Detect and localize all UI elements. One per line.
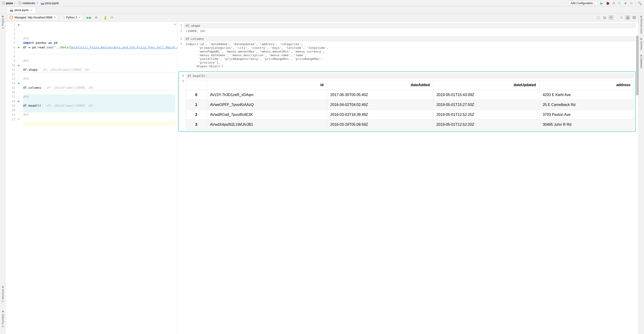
- code-line[interactable]: [23, 90, 175, 95]
- run-cell-icon[interactable]: ▶: [16, 63, 21, 68]
- code-line[interactable]: #%%: [23, 94, 175, 99]
- sync-ok-icon: ✔: [174, 22, 176, 27]
- run-cell-icon[interactable]: ▶: [16, 99, 21, 104]
- table-row[interactable]: 1AVweGPFF_7pvs4fzAAzQ2016-04-02T04:02:49…: [186, 100, 634, 110]
- cell-code: df.shape: [184, 23, 636, 28]
- update-icon[interactable]: ⟳: [630, 1, 634, 5]
- code-line[interactable]: [23, 54, 175, 59]
- run-cell-icon[interactable]: ▶: [16, 22, 21, 27]
- table-cell: 0: [186, 90, 207, 100]
- jupyter-server-combo[interactable]: Managed: http://localhost:8888 ▼: [8, 15, 58, 20]
- table-row[interactable]: 3AVwdX4psIN2L1WUfvJB12016-03-29T05:08:59…: [186, 120, 634, 130]
- interrupt-button[interactable]: ⚙: [94, 15, 99, 20]
- close-tab-icon[interactable]: ×: [31, 8, 32, 12]
- intentions-bulb-icon[interactable]: 💡: [103, 15, 108, 20]
- table-row[interactable]: 0AVz3Y-7h3D1zeR_xDAqm2017-06-30T05:05:40…: [186, 90, 634, 100]
- search-icon[interactable]: 🔍: [638, 1, 642, 5]
- code-line[interactable]: [23, 117, 175, 122]
- stop-icon[interactable]: ■: [624, 1, 628, 5]
- output-prompt: 2: [178, 28, 184, 33]
- cell-code: df.head(5): [186, 73, 634, 79]
- view-detail-icon[interactable]: ▦: [625, 15, 630, 20]
- breadcrumbs: pizza 〉 notebooks 〉 pizza.ipynb: [2, 1, 59, 5]
- output-prompt: 3: [178, 41, 184, 46]
- scrollbar-thumb[interactable]: [636, 35, 638, 95]
- run-all-button[interactable]: ▶▶: [87, 15, 92, 20]
- code-line[interactable]: df.head(5) df: {DataFrame}(10000, 24): [23, 103, 175, 108]
- notebook-icon: [41, 1, 44, 5]
- folder-icon: [2, 2, 5, 4]
- code-line[interactable]: [23, 63, 175, 68]
- run-icon[interactable]: ▶: [600, 1, 604, 5]
- table-header[interactable]: address: [539, 80, 634, 90]
- code-editor[interactable]: 12345678910111213141516171819202122 ▶▶▶▶…: [6, 22, 178, 334]
- cell-code: df.columns: [184, 36, 636, 41]
- table-header[interactable]: dateAdded: [327, 80, 433, 90]
- code-line[interactable]: #%%: [23, 58, 175, 63]
- code-line[interactable]: #%%: [23, 112, 175, 117]
- output-cell[interactable]: 4df.head(5)4iddateAddeddateUpdatedaddres…: [178, 71, 636, 132]
- debug-icon[interactable]: 🐞: [606, 1, 610, 5]
- tool-project[interactable]: 1: Project: [2, 16, 4, 28]
- layout-split-icon[interactable]: ▤: [602, 15, 607, 20]
- profile-icon[interactable]: ↻: [618, 1, 622, 5]
- tool-favorites[interactable]: 2: Favorites★: [1, 310, 4, 327]
- code-line[interactable]: [23, 72, 175, 77]
- tool-sciview[interactable]: ⊞SciView: [640, 38, 643, 50]
- run-cell-icon[interactable]: ▶: [16, 45, 21, 50]
- view-list-icon[interactable]: ≡: [619, 15, 624, 20]
- table-cell: 2017-06-30T05:05:40Z: [327, 90, 433, 100]
- coverage-icon[interactable]: ◔: [612, 1, 616, 5]
- table-cell: 25 E Camelback Rd: [539, 100, 634, 110]
- code-line[interactable]: #%%: [23, 76, 175, 81]
- table-cell: AVwdX4psIN2L1WUfvJB1: [207, 120, 327, 130]
- code-line[interactable]: [23, 130, 175, 135]
- table-cell: 2019-05-01T12:52:25Z: [433, 110, 539, 120]
- output-cell[interactable]: 3df.columns3Index(['id', 'dateAdded', 'd…: [178, 36, 636, 69]
- tab-pizza-ipynb[interactable]: pizza.ipynb ×: [7, 7, 36, 13]
- layout-preview-icon[interactable]: 👁: [608, 15, 614, 20]
- run-cell-icon[interactable]: ▶: [16, 81, 21, 86]
- input-prompt: 3: [178, 36, 184, 41]
- reload-button[interactable]: ⟳: [110, 15, 115, 20]
- table-header[interactable]: [186, 80, 207, 90]
- code-line[interactable]: [23, 99, 175, 104]
- layout-code-icon[interactable]: ▢: [596, 15, 601, 20]
- separator-icon: 〉: [37, 1, 40, 5]
- code-line[interactable]: [23, 81, 175, 86]
- tool-structure[interactable]: 7: Structure⊞: [1, 286, 4, 302]
- breadcrumb-file[interactable]: pizza.ipynb: [41, 1, 59, 5]
- output-cell[interactable]: 2df.shape2(10000, 24): [178, 23, 636, 34]
- code-line[interactable]: df.shape df: {DataFrame}(10000, 24): [23, 67, 175, 72]
- breadcrumb-root[interactable]: pizza: [2, 1, 13, 5]
- dataframe-table[interactable]: iddateAddeddateUpdatedaddress0AVz3Y-7h3D…: [186, 80, 634, 130]
- code-line[interactable]: import pandas as pd: [23, 40, 175, 45]
- code-line[interactable]: #%%: [23, 36, 175, 41]
- breadcrumb-folder[interactable]: notebooks: [18, 1, 35, 5]
- output-panel[interactable]: 2df.shape2(10000, 24)3df.columns3Index([…: [178, 22, 638, 334]
- input-prompt: 2: [178, 23, 184, 28]
- navigation-bar: pizza 〉 notebooks 〉 pizza.ipynb Add Conf…: [0, 0, 644, 6]
- python-icon: [62, 16, 65, 19]
- left-tool-stripe: 1: Project 7: Structure⊞ 2: Favorites★: [0, 13, 6, 334]
- code-line[interactable]: df = pd.read_csv("../data/Datafiniti_Piz…: [23, 45, 175, 50]
- tool-remote-host[interactable]: ⊞Remote Host: [640, 16, 643, 33]
- tool-database[interactable]: ⊞Database: [640, 55, 643, 68]
- code-line[interactable]: [23, 49, 175, 54]
- table-cell: 30495 John R Rd: [539, 120, 634, 130]
- code-line[interactable]: [23, 108, 175, 113]
- add-configuration-button[interactable]: Add Configuration...: [568, 1, 598, 5]
- table-cell: 2019-05-01T15:43:09Z: [433, 90, 539, 100]
- table-header[interactable]: dateUpdated: [433, 80, 539, 90]
- view-image-icon[interactable]: 🖼: [632, 15, 636, 20]
- table-row[interactable]: 2AVwdRGa9_7pvs4fz4E3K2016-03-03T18:39:49…: [186, 110, 634, 120]
- folder-icon: [18, 2, 22, 4]
- add-cell-icon[interactable]: +: [16, 117, 21, 122]
- output-prompt: 4: [180, 79, 186, 84]
- table-header[interactable]: id: [207, 80, 327, 90]
- code-line[interactable]: [23, 126, 175, 131]
- code-line[interactable]: [23, 121, 175, 126]
- code-line[interactable]: df.columns df: {DataFrame}(10000, 24): [23, 85, 175, 90]
- kernel-combo[interactable]: Python 3 ▼: [60, 15, 83, 20]
- table-cell: 4203 E Kiehl Ave: [539, 90, 634, 100]
